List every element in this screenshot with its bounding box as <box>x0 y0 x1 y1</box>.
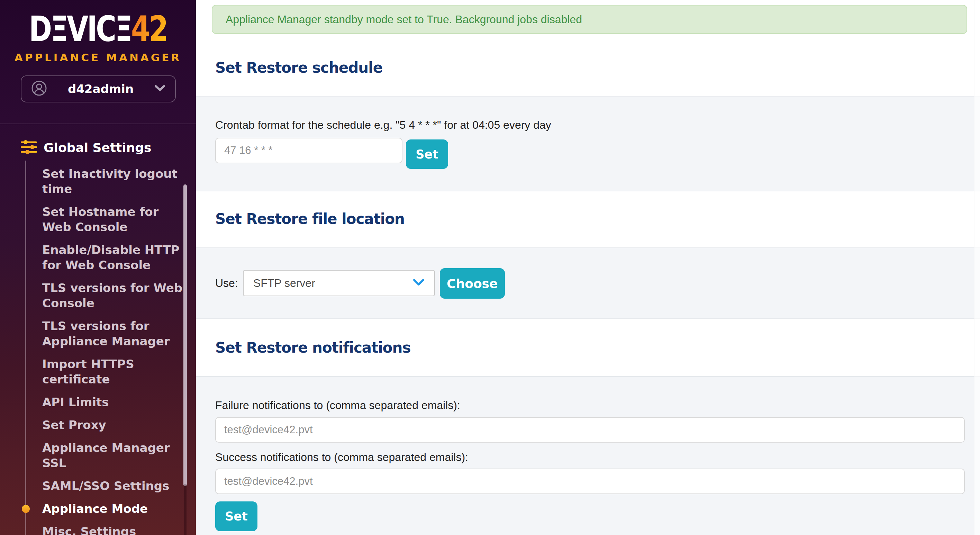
device42-logo: DΞVICΞ42 <box>16 11 180 48</box>
user-avatar-icon <box>31 80 47 97</box>
user-menu[interactable]: d42admin <box>21 75 176 102</box>
logo-stylized-e: Ξ <box>115 9 131 50</box>
success-alert-banner: Appliance Manager standby mode set to Tr… <box>212 5 967 34</box>
sidebar: DΞVICΞ42 APPLIANCE MANAGER d42admin <box>0 0 196 535</box>
sidebar-divider <box>0 124 196 124</box>
sidebar-nav-list: Set Inactivity logout time Set Hostname … <box>25 161 189 535</box>
page-scrollbar[interactable] <box>974 0 980 535</box>
section-title-restore-schedule: Set Restore schedule <box>215 59 980 76</box>
success-notifications-input[interactable] <box>215 468 965 494</box>
set-schedule-button[interactable]: Set <box>406 140 448 169</box>
main-content: Appliance Manager standby mode set to Tr… <box>196 0 980 535</box>
crontab-input[interactable] <box>215 138 402 163</box>
sidebar-item-misc-settings[interactable]: Misc. Settings <box>42 524 189 535</box>
section-title-restore-file-location: Set Restore file location <box>215 211 980 228</box>
chevron-down-icon <box>154 85 165 93</box>
sidebar-item-set-inactivity-logout-time[interactable]: Set Inactivity logout time <box>42 166 189 197</box>
sidebar-item-appliance-manager-ssl[interactable]: Appliance Manager SSL <box>42 440 189 471</box>
restore-file-location-section: Use: SFTP server Choose <box>196 247 980 319</box>
select-chevron-down-icon <box>413 279 425 288</box>
failure-notifications-input[interactable] <box>215 417 965 443</box>
logo-stylized-e: Ξ <box>51 9 67 50</box>
nav-heading-label: Global Settings <box>44 140 151 155</box>
sidebar-item-label: Appliance Mode <box>42 502 148 516</box>
logo-letters: VIC <box>67 9 115 50</box>
section-title-restore-notifications: Set Restore notifications <box>215 339 980 356</box>
sidebar-item-set-hostname-for-web-console[interactable]: Set Hostname for Web Console <box>42 204 189 235</box>
sidebar-scrollbar-track <box>184 484 186 535</box>
selected-option: SFTP server <box>253 277 413 290</box>
logo-42: 42 <box>131 9 167 50</box>
file-location-select[interactable]: SFTP server <box>243 270 435 296</box>
sidebar-item-set-proxy[interactable]: Set Proxy <box>42 417 189 433</box>
success-notifications-label: Success notifications to (comma separate… <box>215 450 965 464</box>
sidebar-item-tls-versions-web-console[interactable]: TLS versions for Web Console <box>42 280 189 311</box>
failure-notifications-label: Failure notifications to (comma separate… <box>215 398 965 412</box>
sidebar-item-api-limits[interactable]: API Limits <box>42 395 189 410</box>
user-name: d42admin <box>47 82 154 96</box>
crontab-hint-label: Crontab format for the schedule e.g. "5 … <box>215 118 980 132</box>
alert-text: Appliance Manager standby mode set to Tr… <box>226 13 582 26</box>
active-item-dot <box>22 505 30 513</box>
app-root: DΞVICΞ42 APPLIANCE MANAGER d42admin <box>0 0 980 535</box>
sidebar-item-appliance-mode[interactable]: Appliance Mode <box>42 501 189 516</box>
sliders-icon <box>21 140 37 156</box>
restore-schedule-section: Crontab format for the schedule e.g. "5 … <box>196 96 980 191</box>
choose-button[interactable]: Choose <box>440 268 505 299</box>
sidebar-item-enable-disable-http[interactable]: Enable/Disable HTTP for Web Console <box>42 242 189 273</box>
logo-letter: D <box>29 9 51 50</box>
sidebar-item-saml-sso-settings[interactable]: SAML/SSO Settings <box>42 478 189 494</box>
sidebar-scrollbar-thumb[interactable] <box>183 185 187 486</box>
set-notifications-button[interactable]: Set <box>215 502 258 531</box>
use-label: Use: <box>215 270 238 296</box>
sidebar-item-import-https-certificate[interactable]: Import HTTPS certificate <box>42 357 189 387</box>
brand-logo: DΞVICΞ42 APPLIANCE MANAGER <box>0 12 196 64</box>
appliance-manager-subtitle: APPLIANCE MANAGER <box>0 51 196 64</box>
restore-notifications-section: Failure notifications to (comma separate… <box>196 376 980 535</box>
sidebar-item-tls-versions-appliance-manager[interactable]: TLS versions for Appliance Manager <box>42 318 189 349</box>
nav-heading-global-settings[interactable]: Global Settings <box>21 140 189 156</box>
